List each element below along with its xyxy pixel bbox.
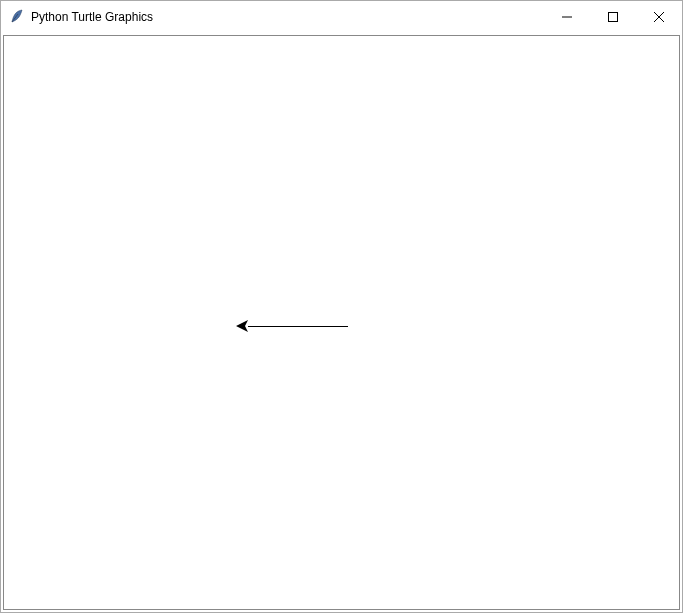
window-title: Python Turtle Graphics: [31, 10, 153, 24]
turtle-canvas: [3, 35, 680, 610]
minimize-button[interactable]: [544, 1, 590, 33]
titlebar: Python Turtle Graphics: [1, 1, 682, 33]
maximize-icon: [608, 12, 618, 22]
close-icon: [654, 12, 664, 22]
window-controls: [544, 1, 682, 33]
titlebar-left: Python Turtle Graphics: [1, 9, 544, 25]
turtle-cursor-icon: [236, 320, 250, 335]
feather-icon: [9, 9, 25, 25]
svg-rect-1: [609, 13, 618, 22]
minimize-icon: [562, 12, 572, 22]
close-button[interactable]: [636, 1, 682, 33]
drawn-line: [248, 326, 348, 327]
svg-marker-4: [236, 320, 248, 332]
app-window: Python Turtle Graphics: [0, 0, 683, 613]
maximize-button[interactable]: [590, 1, 636, 33]
